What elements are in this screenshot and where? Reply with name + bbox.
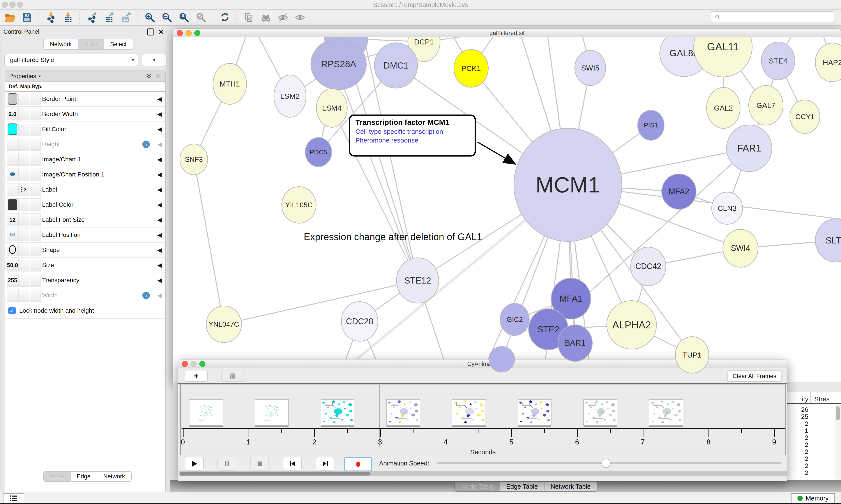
table-cell[interactable]: 2 [786,420,808,427]
default-value[interactable]: 2.0 [8,111,16,118]
property-row-shape[interactable]: Shape ◀ [5,242,165,258]
animation-speed-slider[interactable] [437,462,781,464]
property-row-label[interactable]: Label ◀ [5,182,165,197]
expand-property-icon[interactable]: ◀ [157,288,162,303]
table-cell[interactable]: 2 [786,455,808,463]
property-row-image-chart-position-1[interactable]: Image/Chart Position 1 ◀ [5,167,165,182]
style-tab-edge[interactable]: Edge [70,472,97,481]
position-icon[interactable] [9,171,16,178]
property-row-fill-color[interactable]: Fill Color ◀ [5,122,165,137]
zoom-selected-icon[interactable] [195,11,208,24]
default-cell[interactable] [7,289,18,302]
default-cell[interactable]: 255 [7,274,18,287]
expand-property-icon[interactable]: ◀ [157,182,162,197]
float-panel-icon[interactable] [147,29,154,35]
timeline-frame-6[interactable] [584,399,617,426]
expand-property-icon[interactable]: ◀ [157,197,162,212]
table-cell[interactable]: 2 [786,462,808,469]
timeline-frame-5[interactable] [518,399,552,426]
table-scrollbar-thumb[interactable] [836,406,840,420]
default-cell[interactable] [7,244,18,256]
expand-property-icon[interactable]: ◀ [157,91,162,106]
skip-to-start-button[interactable] [283,457,302,470]
default-cell[interactable] [7,183,18,196]
task-history-button[interactable] [3,493,24,503]
style-options-button[interactable]: ▾ [142,54,166,66]
table-tab-edge-table[interactable]: Edge Table [500,482,544,491]
zoom-out-icon[interactable] [161,11,173,24]
bypass-cell[interactable] [30,108,41,121]
bypass-cell[interactable] [30,274,41,287]
timeline-frame-4[interactable] [452,399,486,426]
mapping-cell[interactable] [18,274,29,287]
mapping-cell[interactable] [18,108,29,121]
property-row-border-width[interactable]: 2.0 Border Width ◀ [5,107,165,122]
bypass-cell[interactable] [30,229,41,241]
table-cell[interactable]: 2 [786,441,808,448]
property-row-border-paint[interactable]: Border Paint ◀ [5,91,165,107]
mapping-cell[interactable] [18,168,29,181]
default-cell[interactable] [7,93,18,105]
tab-select[interactable]: Select [104,39,133,49]
play-button[interactable] [185,457,204,470]
table-tab-node-table[interactable]: Node Table [455,482,500,491]
mapping-cell[interactable] [18,214,29,226]
default-cell[interactable] [7,138,18,151]
expand-property-icon[interactable]: ◀ [157,212,162,227]
open-session-icon[interactable] [3,11,16,24]
timeline-hscrollbar-thumb[interactable] [180,472,370,475]
default-cell[interactable] [7,123,18,136]
expand-property-icon[interactable]: ◀ [157,242,162,257]
default-value[interactable]: 255 [8,277,17,284]
skip-to-end-button[interactable] [316,457,335,470]
tab-style[interactable]: Style [78,39,104,49]
close-panel-icon[interactable]: ✕ [158,29,164,35]
lock-checkbox[interactable]: ✓ [8,307,16,314]
expand-all-icon[interactable] [145,73,152,79]
search-box[interactable] [711,11,835,23]
default-cell[interactable] [7,198,18,211]
timeline-frame-3[interactable] [386,399,420,426]
expand-property-icon[interactable]: ◀ [157,107,162,122]
table-cell[interactable]: 2 [786,448,808,455]
property-row-transparency[interactable]: 255 Transparency ◀ [5,273,165,288]
bypass-cell[interactable] [30,198,41,211]
pause-button[interactable] [217,457,236,470]
record-button[interactable] [344,457,372,471]
memory-button[interactable]: Memory [791,493,835,503]
property-row-width[interactable]: Width i ◀ [5,288,165,303]
bypass-cell[interactable] [30,214,41,226]
table-cell[interactable]: 2 [786,469,808,476]
import-network-icon[interactable] [44,11,57,24]
ellipse-shape-icon[interactable] [8,245,17,255]
collapse-all-icon[interactable] [155,73,162,79]
property-row-image-chart-1[interactable]: Image/Chart 1 ◀ [5,152,165,167]
bypass-cell[interactable] [30,183,41,196]
bypass-cell[interactable] [30,123,41,136]
save-session-icon[interactable] [21,11,33,24]
mapping-cell[interactable] [18,229,29,241]
search-input[interactable] [723,13,834,22]
timeline-frame-0[interactable] [189,399,223,426]
export-network-icon[interactable] [85,11,98,24]
default-value[interactable]: 12 [10,217,16,223]
mapping-cell[interactable] [18,289,29,302]
mapping-cell[interactable] [18,123,29,136]
position-icon[interactable] [9,231,16,239]
slider-thumb-icon[interactable] [602,459,610,467]
expand-property-icon[interactable]: ◀ [157,167,162,182]
mapping-cell[interactable] [18,198,29,211]
show-graphics-details-icon[interactable] [294,11,306,24]
import-table-icon[interactable] [61,11,74,24]
zoom-in-icon[interactable] [143,11,156,24]
expand-property-icon[interactable]: ◀ [157,137,162,152]
hide-graphics-details-icon[interactable] [276,11,289,24]
table-column-header-ity[interactable]: ity [786,395,808,403]
default-cell[interactable]: 2.0 [7,108,18,121]
default-cell[interactable]: 50.0 [7,259,18,271]
clone-network-icon[interactable] [243,11,255,24]
default-value[interactable]: 50.0 [7,262,18,269]
find-icon[interactable] [260,11,272,24]
mapping-cell[interactable] [18,244,29,256]
expand-property-icon[interactable]: ◀ [157,258,162,273]
